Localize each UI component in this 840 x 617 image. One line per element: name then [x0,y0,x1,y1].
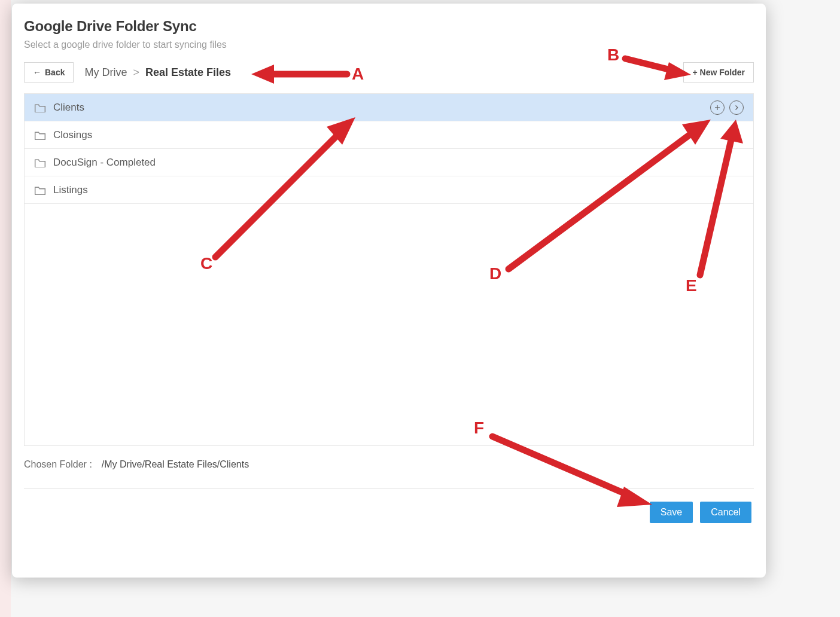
folder-row[interactable]: Clients [25,94,753,121]
modal-title: Google Drive Folder Sync [24,18,754,35]
back-arrow-icon: ← [33,68,41,77]
folder-name: Closings [53,129,744,141]
folder-row[interactable]: Listings [25,176,753,204]
breadcrumb-root[interactable]: My Drive [84,66,127,79]
new-folder-button[interactable]: + New Folder [683,62,754,83]
folder-list: ClientsClosingsDocuSign - CompletedListi… [24,93,754,446]
folder-row[interactable]: Closings [25,121,753,149]
folder-icon [34,158,46,167]
folder-name: DocuSign - Completed [53,157,744,169]
chosen-folder-path: /My Drive/Real Estate Files/Clients [102,459,249,470]
chosen-folder-label: Chosen Folder : [24,459,92,470]
breadcrumb-current: Real Estate Files [145,66,231,79]
folder-sync-modal: Google Drive Folder Sync Select a google… [12,4,766,578]
back-button-label: Back [45,68,65,77]
toolbar: ← Back My Drive > Real Estate Files + Ne… [24,62,754,83]
add-subfolder-icon[interactable] [710,100,725,115]
modal-subtitle: Select a google drive folder to start sy… [24,39,754,50]
open-folder-icon[interactable] [729,100,744,115]
save-button[interactable]: Save [650,502,693,523]
back-button[interactable]: ← Back [24,62,74,83]
folder-icon [34,185,46,195]
divider [24,488,754,488]
folder-icon [34,103,46,112]
background-page: Google Drive Folder Sync Select a google… [0,0,840,617]
chosen-folder-display: Chosen Folder : /My Drive/Real Estate Fi… [24,459,754,470]
folder-row[interactable]: DocuSign - Completed [25,149,753,176]
modal-footer: Save Cancel [24,502,754,523]
breadcrumb-separator: > [133,66,139,79]
folder-name: Listings [53,184,744,196]
folder-icon [34,130,46,140]
cancel-button[interactable]: Cancel [700,502,751,523]
breadcrumb: My Drive > Real Estate Files [84,66,231,79]
folder-name: Clients [53,102,710,114]
